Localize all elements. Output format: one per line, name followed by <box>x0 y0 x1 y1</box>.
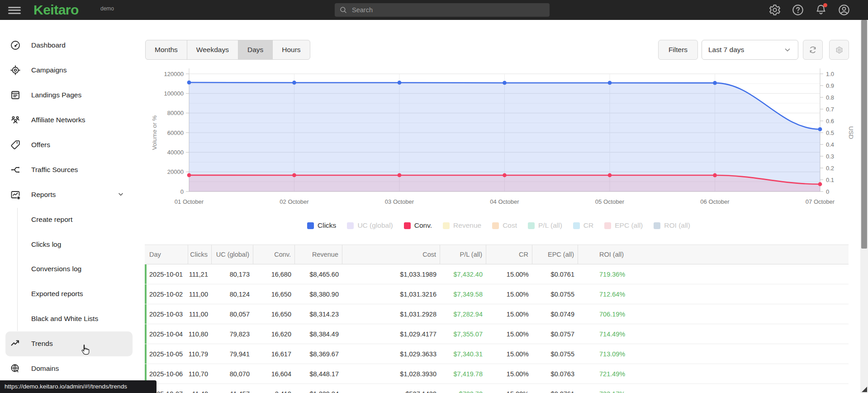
table-row: 2025-10-05110,7979,94116,617$8,369.67$1,… <box>145 344 849 364</box>
legend-item-roi-all[interactable]: ROI (all) <box>654 221 690 230</box>
sidebar-item-traffic-sources[interactable]: Traffic Sources <box>5 157 133 182</box>
table-row: 2025-10-0711,4011,4572,419$1,229.84$527.… <box>145 384 849 393</box>
sidebar-item-conversions-log[interactable]: Conversions log <box>5 257 133 282</box>
date-range-select[interactable]: Last 7 days <box>702 40 798 60</box>
affiliate-icon <box>10 115 21 125</box>
global-search[interactable] <box>335 3 550 17</box>
cell-pl-all: $7,340.31 <box>440 344 486 364</box>
svg-text:0.3: 0.3 <box>826 153 834 160</box>
legend-label: CR <box>583 221 593 230</box>
refresh-icon <box>808 45 817 54</box>
vertical-scrollbar[interactable] <box>860 20 868 393</box>
tab-weekdays[interactable]: Weekdays <box>187 40 238 59</box>
column-header-roi-all: ROI (all) <box>578 245 849 264</box>
legend-item-epc-all[interactable]: EPC (all) <box>604 221 643 230</box>
cell-pl-all: $7,349.58 <box>440 284 486 304</box>
legend-label: Cost <box>503 221 517 230</box>
cell-epc-all: $0.0761 <box>532 264 578 284</box>
legend-item-clicks[interactable]: Clicks <box>307 221 336 230</box>
sidebar-item-landings-pages[interactable]: Landings Pages <box>5 83 133 108</box>
cell-roi-all: 712.64% <box>578 284 849 304</box>
settings-icon[interactable] <box>768 4 781 16</box>
cell-conv: 2,419 <box>253 384 295 393</box>
cell-roi-all: 721.49% <box>578 364 849 383</box>
legend-item-p-l-all[interactable]: P/L (all) <box>528 221 562 230</box>
table-row: 2025-10-04110,8079,82316,620$8,384.49$1,… <box>145 324 849 344</box>
svg-text:0.1: 0.1 <box>826 177 834 183</box>
cell-uc-global: 80,173 <box>212 264 253 284</box>
tab-days[interactable]: Days <box>238 40 273 59</box>
sidebar-item-create-report[interactable]: Create report <box>5 207 133 232</box>
cell-revenue: $8,448.17 <box>295 364 342 383</box>
chart-settings-button[interactable] <box>829 40 849 60</box>
tab-hours[interactable]: Hours <box>273 40 309 59</box>
campaigns-icon <box>10 65 21 76</box>
cell-roi-all: 714.49% <box>578 324 849 344</box>
cell-conv: 16,650 <box>253 284 295 304</box>
cell-uc-global: 80,070 <box>212 364 253 383</box>
hamburger-menu-icon[interactable] <box>8 5 21 15</box>
cell-cr: 15.00% <box>486 304 532 324</box>
cell-day: 2025-10-05 <box>145 344 188 364</box>
legend-item-uc-global[interactable]: UC (global) <box>347 221 393 230</box>
sidebar-item-label: Clicks log <box>31 240 61 249</box>
cell-cost: $1,033.1989 <box>342 264 440 284</box>
help-icon[interactable] <box>792 4 804 16</box>
sidebar-item-offers[interactable]: sOffers <box>5 133 133 158</box>
svg-text:s: s <box>16 141 18 144</box>
domains-icon <box>10 363 21 374</box>
svg-text:0.9: 0.9 <box>826 82 834 89</box>
sidebar-item-domains[interactable]: Domains <box>5 356 133 381</box>
legend-item-conv[interactable]: Conv. <box>404 221 432 230</box>
scroll-corner-arrow <box>862 387 867 392</box>
keitaro-logo[interactable]: Keitaro <box>33 2 79 18</box>
cell-clicks: 110,79 <box>188 344 212 364</box>
account-icon[interactable] <box>838 4 850 16</box>
refresh-button[interactable] <box>803 40 823 60</box>
legend-item-revenue[interactable]: Revenue <box>443 221 481 230</box>
cell-roi-all: 713.09% <box>578 344 849 364</box>
sidebar-item-label: Create report <box>31 216 72 224</box>
cell-roi-all: 733.17% <box>578 384 849 393</box>
notifications-icon[interactable] <box>815 4 827 16</box>
column-header-revenue: Revenue <box>295 245 342 264</box>
legend-item-cost[interactable]: Cost <box>492 221 517 230</box>
sidebar-item-clicks-log[interactable]: Clicks log <box>5 232 133 257</box>
chevron-down-icon <box>117 191 124 198</box>
svg-text:120000: 120000 <box>164 71 184 77</box>
cell-pl-all: $7,355.07 <box>440 324 486 344</box>
search-input[interactable] <box>352 6 545 14</box>
cell-clicks: 111,00 <box>188 304 212 324</box>
svg-text:06 October: 06 October <box>700 198 730 205</box>
period-tabs: MonthsWeekdaysDaysHours <box>145 40 310 60</box>
svg-text:0.2: 0.2 <box>826 165 834 172</box>
sidebar-item-trends[interactable]: Trends <box>5 331 133 356</box>
cell-epc-all: $0.0763 <box>532 364 578 383</box>
traffic-icon <box>10 164 21 175</box>
sidebar: DashboardCampaignsLandings PagesAffiliat… <box>0 20 138 393</box>
svg-text:0.6: 0.6 <box>826 118 834 125</box>
cell-epc-all: $0.0757 <box>532 324 578 344</box>
filters-button[interactable]: Filters <box>658 40 698 60</box>
sidebar-item-black-and-white-lists[interactable]: Black and White Lists <box>5 307 133 331</box>
legend-item-cr[interactable]: CR <box>573 221 593 230</box>
sidebar-item-reports[interactable]: Reports <box>5 182 133 207</box>
sidebar-item-campaigns[interactable]: Campaigns <box>5 58 133 83</box>
sidebar-item-affiliate-networks[interactable]: Affiliate Networks <box>5 108 133 133</box>
gear-icon <box>835 46 843 54</box>
cell-uc-global: 80,124 <box>212 284 253 304</box>
tab-months[interactable]: Months <box>146 40 187 59</box>
keitaro-trends-page: Keitaro demo DashboardCampaignsLandings … <box>0 0 868 393</box>
sidebar-item-dashboard[interactable]: Dashboard <box>5 33 133 58</box>
sidebar-item-label: Affiliate Networks <box>31 116 85 124</box>
svg-text:0: 0 <box>180 188 184 195</box>
sidebar-item-exported-reports[interactable]: Exported reports <box>5 282 133 307</box>
svg-text:07 October: 07 October <box>806 198 835 205</box>
cell-epc-all: $0.0761 <box>532 384 578 393</box>
scrollbar-thumb[interactable] <box>861 20 867 249</box>
sidebar-item-label: Exported reports <box>31 290 83 298</box>
legend-label: Conv. <box>414 221 432 230</box>
column-header-day: Day <box>145 245 188 264</box>
trends-icon <box>10 338 21 349</box>
cell-conv: 16,604 <box>253 364 295 383</box>
